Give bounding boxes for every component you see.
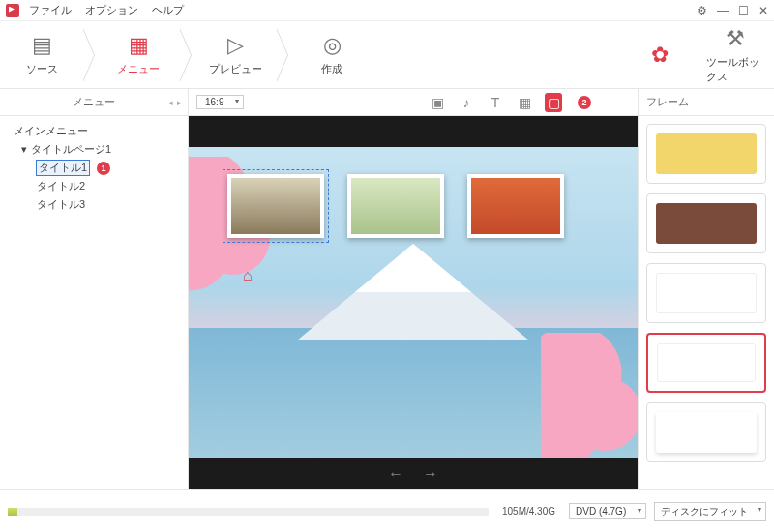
- nav-create[interactable]: ◎ 作成: [290, 28, 373, 82]
- sidebar-prev-icon[interactable]: ◂: [168, 98, 173, 107]
- frame-option-1[interactable]: [646, 124, 766, 184]
- nav-label: 作成: [321, 62, 342, 76]
- canvas-area: ⌂ ← →: [189, 116, 638, 489]
- sidebar-header: メニュー ◂▸: [0, 89, 188, 116]
- nav-separator: [277, 28, 290, 82]
- title-thumb-2[interactable]: [347, 174, 444, 238]
- bg-blossom: [541, 333, 638, 458]
- next-page-button[interactable]: →: [423, 465, 438, 483]
- annotation-badge-1: 1: [97, 162, 110, 175]
- frame-tool-icon[interactable]: ▢: [545, 93, 562, 112]
- nav-separator: [83, 28, 97, 82]
- tree-item-3[interactable]: タイトル3: [4, 195, 184, 214]
- menu-tree: メインメニュー ▾タイトルページ1 タイトル1 1 タイトル2 タイトル3: [0, 116, 188, 220]
- canvas-toolbar: 16:9 ▣ ♪ T ▦ ▢ 2: [189, 89, 638, 116]
- gift-icon: ✿: [651, 43, 669, 68]
- minimize-button[interactable]: —: [717, 4, 729, 17]
- nav-source[interactable]: ▤ ソース: [0, 28, 83, 82]
- maximize-button[interactable]: ☐: [738, 4, 749, 17]
- canvas-nav: ← →: [189, 458, 638, 489]
- menu-icon: ▦: [129, 33, 149, 58]
- tree-root[interactable]: メインメニュー: [4, 122, 184, 140]
- nav-strip: ▤ ソース ▦ メニュー ▷ プレビュー ◎ 作成 ✿ ⚒ ツールボックス: [0, 21, 774, 89]
- frame-panel: フレーム: [639, 89, 774, 489]
- sidebar: メニュー ◂▸ メインメニュー ▾タイトルページ1 タイトル1 1 タイトル2 …: [0, 89, 189, 489]
- thumbnail-strip: [227, 174, 564, 238]
- sidebar-title: メニュー: [73, 95, 115, 109]
- disc-usage-label: 105M/4.30G: [496, 506, 561, 517]
- music-tool-icon[interactable]: ♪: [458, 95, 475, 110]
- toolbox-icon: ⚒: [726, 26, 745, 51]
- app-logo: [6, 4, 19, 17]
- title-thumb-3[interactable]: [467, 174, 564, 238]
- nav-menu[interactable]: ▦ メニュー: [97, 28, 180, 82]
- disc-usage-fill: [8, 508, 17, 516]
- disc-type-dropdown[interactable]: DVD (4.7G): [569, 503, 646, 519]
- frame-option-5[interactable]: [646, 402, 766, 462]
- chapter-tool-icon[interactable]: ▦: [516, 95, 533, 110]
- menu-file[interactable]: ファイル: [29, 3, 72, 17]
- menu-options[interactable]: オプション: [85, 3, 138, 17]
- frame-option-4[interactable]: [646, 333, 766, 393]
- nav-toolbox[interactable]: ⚒ ツールボックス: [706, 28, 764, 82]
- nav-label: プレビュー: [209, 62, 262, 76]
- image-tool-icon[interactable]: ▣: [429, 95, 446, 110]
- aspect-ratio-dropdown[interactable]: 16:9: [196, 95, 244, 109]
- prev-page-button[interactable]: ←: [388, 465, 403, 483]
- disc-icon: ◎: [323, 33, 342, 58]
- center-panel: 16:9 ▣ ♪ T ▦ ▢ 2 ⌂: [189, 89, 639, 489]
- disc-usage-bar: [8, 508, 489, 516]
- expand-icon: ▾: [21, 143, 27, 156]
- bg-mountain: [297, 244, 529, 340]
- workspace: メニュー ◂▸ メインメニュー ▾タイトルページ1 タイトル1 1 タイトル2 …: [0, 89, 774, 489]
- status-bar: 105M/4.30G DVD (4.7G) ディスクにフィット: [0, 489, 774, 532]
- fit-mode-dropdown[interactable]: ディスクにフィット: [654, 502, 766, 521]
- window-controls: ⚙ — ☐ ✕: [697, 4, 768, 17]
- frame-option-3[interactable]: [646, 263, 766, 323]
- nav-label: ソース: [26, 62, 58, 76]
- nav-label: ツールボックス: [706, 55, 764, 84]
- nav-label: メニュー: [117, 62, 160, 76]
- menu-help[interactable]: ヘルプ: [152, 3, 184, 17]
- source-icon: ▤: [32, 33, 52, 58]
- annotation-badge-2: 2: [578, 96, 591, 109]
- tree-page[interactable]: ▾タイトルページ1: [4, 140, 184, 159]
- sidebar-next-icon[interactable]: ▸: [177, 98, 182, 107]
- nav-gift[interactable]: ✿: [631, 28, 689, 82]
- close-button[interactable]: ✕: [759, 4, 768, 17]
- tree-item-2[interactable]: タイトル2: [4, 177, 184, 195]
- title-thumb-1[interactable]: [227, 174, 324, 238]
- nav-preview[interactable]: ▷ プレビュー: [194, 28, 277, 82]
- frame-panel-header: フレーム: [639, 89, 774, 116]
- nav-separator: [180, 28, 194, 82]
- preview-icon: ▷: [227, 33, 244, 58]
- frame-option-2[interactable]: [646, 193, 766, 253]
- text-tool-icon[interactable]: T: [487, 95, 504, 110]
- tree-item-1[interactable]: タイトル1 1: [4, 159, 184, 177]
- menu-canvas[interactable]: ⌂: [189, 147, 638, 458]
- title-bar: ファイル オプション ヘルプ ⚙ — ☐ ✕: [0, 0, 774, 21]
- frame-list: [639, 116, 774, 489]
- home-icon[interactable]: ⌂: [243, 267, 253, 284]
- settings-icon[interactable]: ⚙: [697, 4, 707, 17]
